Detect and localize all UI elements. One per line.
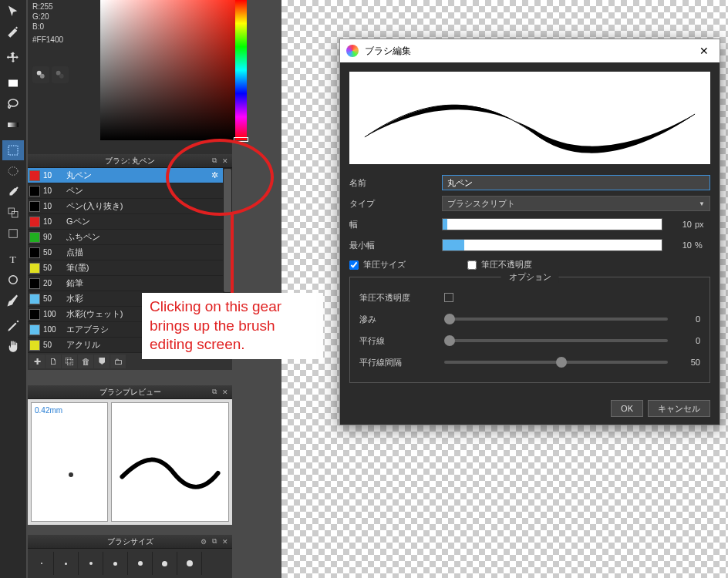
svg-rect-2: [8, 146, 18, 155]
option-row: 平行線 0: [359, 330, 700, 351]
tool-brush[interactable]: [2, 291, 24, 311]
cancel-button[interactable]: キャンセル: [648, 400, 710, 417]
op-dup[interactable]: ⿻: [62, 355, 77, 368]
size-cell[interactable]: [177, 552, 202, 575]
brush-panel-header: ブラシ: 丸ペン ⧉ ✕: [28, 154, 232, 168]
hue-handle[interactable]: [234, 137, 248, 142]
brush-row[interactable]: 10 ペン(入り抜き): [28, 199, 232, 214]
size-dot: [65, 563, 67, 565]
slider-knob[interactable]: [444, 314, 455, 324]
size-dot: [187, 560, 193, 566]
palette-button-1[interactable]: [32, 66, 49, 83]
size-settings-icon[interactable]: ⚙: [199, 537, 208, 546]
tool-rect[interactable]: [2, 73, 24, 93]
tool-move[interactable]: [2, 48, 24, 68]
size-header: ブラシサイズ ⚙ ⧉ ✕: [28, 535, 232, 549]
hue-slider[interactable]: [235, 0, 247, 140]
check-pressure-opacity-box[interactable]: [467, 260, 477, 270]
option-row: 滲み 0: [359, 308, 700, 330]
dialog-titlebar[interactable]: ブラシ編集 ✕: [340, 39, 720, 62]
preview-popout-icon[interactable]: ⧉: [210, 388, 219, 397]
panel-close-icon[interactable]: ✕: [221, 156, 230, 166]
preview-close-icon[interactable]: ✕: [221, 388, 230, 397]
brush-size-value: 10: [43, 171, 63, 180]
op-add[interactable]: ✚: [29, 355, 45, 368]
scrollbar-thumb[interactable]: [224, 169, 231, 292]
tool-select-lasso[interactable]: [2, 161, 24, 181]
op-delete[interactable]: 🗑: [78, 355, 93, 368]
name-input[interactable]: [442, 175, 710, 190]
brush-row[interactable]: 50 筆(墨): [28, 260, 232, 276]
tool-select-rect[interactable]: [2, 140, 24, 160]
svg-point-3: [8, 167, 18, 176]
slider-knob[interactable]: [556, 357, 567, 368]
dialog-title: ブラシ編集: [365, 45, 411, 58]
brush-row[interactable]: 10 Gペン: [28, 214, 232, 230]
size-cell[interactable]: [54, 552, 79, 575]
slider-knob[interactable]: [444, 335, 455, 346]
tool-eyedropper[interactable]: [2, 182, 24, 202]
size-title: ブラシサイズ: [107, 536, 153, 547]
brush-size-value: 50: [43, 341, 63, 349]
option-value: 0: [677, 336, 700, 345]
tool-blank[interactable]: [2, 223, 24, 244]
option-row: 筆圧不透明度: [359, 287, 700, 308]
op-lock[interactable]: ⛊: [94, 355, 110, 368]
palette-button-2[interactable]: [52, 66, 69, 83]
svg-point-8: [9, 276, 18, 284]
check-pressure-opacity[interactable]: 筆圧不透明度: [467, 259, 532, 271]
brush-row[interactable]: 10 丸ペン ✲: [28, 168, 232, 183]
size-cell[interactable]: [103, 552, 128, 575]
minwidth-unit: %: [695, 240, 710, 250]
option-value: 0: [677, 314, 700, 324]
preview-header: ブラシプレビュー ⧉ ✕: [28, 385, 232, 399]
size-cell[interactable]: [29, 552, 54, 575]
tool-shape[interactable]: [2, 270, 24, 290]
size-dot: [138, 561, 143, 566]
size-popout-icon[interactable]: ⧉: [210, 537, 219, 546]
tool-gradient[interactable]: [2, 115, 24, 135]
check-pressure-size-box[interactable]: [349, 260, 359, 270]
brush-color-swatch: [29, 201, 40, 212]
option-slider[interactable]: [444, 339, 668, 342]
color-sv-picker[interactable]: [100, 0, 247, 140]
op-folder[interactable]: 🗀: [110, 355, 126, 368]
op-new[interactable]: 🗋: [46, 355, 61, 368]
brush-color-swatch: [29, 186, 40, 197]
tool-clone[interactable]: [2, 203, 24, 223]
close-icon[interactable]: ✕: [695, 45, 713, 57]
brush-size-value: 50: [43, 264, 63, 272]
brush-row[interactable]: 50 点描: [28, 245, 232, 260]
tool-text[interactable]: T: [2, 249, 24, 269]
size-dot: [162, 561, 167, 566]
size-cell[interactable]: [79, 552, 103, 575]
tool-lasso[interactable]: [2, 94, 24, 114]
svg-point-12: [59, 74, 64, 79]
tool-pointer[interactable]: [2, 2, 24, 22]
brush-color-swatch: [29, 309, 40, 320]
brush-name: 鉛筆: [66, 277, 83, 289]
brush-row[interactable]: 10 ペン: [28, 183, 232, 199]
panel-popout-icon[interactable]: ⧉: [210, 156, 219, 166]
width-slider[interactable]: [442, 218, 662, 230]
option-slider[interactable]: [444, 318, 668, 321]
brush-size-value: 10: [43, 217, 63, 226]
brush-row[interactable]: 90 ふちペン: [28, 230, 232, 245]
tool-magic-wand[interactable]: [2, 22, 24, 42]
size-cell[interactable]: [153, 552, 177, 575]
option-checkbox[interactable]: [444, 293, 453, 302]
brush-color-swatch: [29, 340, 40, 351]
size-close-icon[interactable]: ✕: [221, 537, 230, 546]
tool-pen[interactable]: [2, 316, 24, 336]
minwidth-slider[interactable]: [442, 239, 662, 251]
gear-icon[interactable]: ✲: [211, 170, 218, 180]
tool-hand[interactable]: [2, 337, 24, 357]
ok-button[interactable]: OK: [611, 400, 643, 417]
size-cell[interactable]: [128, 552, 153, 575]
color-r: R:255: [32, 2, 63, 12]
brush-color-swatch: [29, 324, 40, 335]
check-pressure-size[interactable]: 筆圧サイズ: [349, 259, 406, 271]
brush-row[interactable]: 20 鉛筆: [28, 276, 232, 291]
type-select[interactable]: ブラシスクリプト: [442, 196, 710, 211]
option-slider[interactable]: [444, 361, 668, 364]
